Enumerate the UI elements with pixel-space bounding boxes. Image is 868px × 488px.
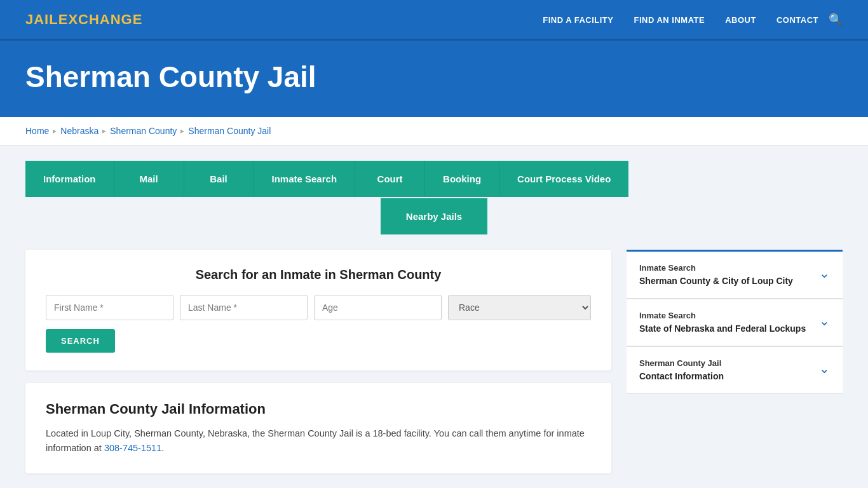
sidebar-item-0-sublabel: Sherman County & City of Loup City [639, 275, 813, 287]
breadcrumb-sep-2: ▸ [102, 126, 106, 135]
info-phone-link[interactable]: 308-745-1511 [104, 443, 161, 453]
search-button[interactable]: SEARCH [46, 329, 115, 353]
nav-item-contact[interactable]: CONTACT [776, 14, 818, 25]
sidebar-item-1-label: Inmate Search [639, 311, 813, 322]
hero-section: Sherman County Jail [0, 41, 868, 117]
content-layout: Search for an Inmate in Sherman County R… [25, 250, 843, 473]
sidebar-item-0-label: Inmate Search [639, 263, 813, 274]
sidebar-item-2-text: Sherman County Jail Contact Information [639, 358, 813, 382]
first-name-input[interactable] [46, 295, 173, 320]
logo-part2: E [58, 11, 69, 27]
breadcrumb-sep-3: ▸ [180, 126, 184, 135]
search-fields: Race White Black Hispanic Asian Other [46, 295, 591, 320]
search-icon[interactable]: 🔍 [829, 13, 843, 27]
navbar: JAILEXCHANGE FIND A FACILITY FIND AN INM… [0, 0, 868, 41]
right-sidebar: Inmate Search Sherman County & City of L… [627, 250, 843, 394]
info-text: Located in Loup City, Sherman County, Ne… [46, 426, 591, 456]
tab-booking[interactable]: Booking [425, 161, 499, 197]
breadcrumb-current: Sherman County Jail [188, 126, 271, 136]
tab-bail[interactable]: Bail [184, 161, 254, 197]
nav-item-about[interactable]: ABOUT [725, 14, 756, 25]
tabs-row2: Nearby Jails [25, 197, 843, 234]
info-card: Sherman County Jail Information Located … [25, 383, 611, 473]
tab-court[interactable]: Court [355, 161, 425, 197]
race-select[interactable]: Race White Black Hispanic Asian Other [448, 295, 591, 320]
logo-part1: JAIL [25, 11, 58, 27]
chevron-down-icon-1: ⌄ [819, 313, 830, 329]
sidebar-item-0[interactable]: Inmate Search Sherman County & City of L… [627, 250, 843, 299]
sidebar-item-2[interactable]: Sherman County Jail Contact Information … [627, 346, 843, 394]
breadcrumb-sep-1: ▸ [53, 126, 57, 135]
page-title: Sherman County Jail [25, 60, 843, 94]
last-name-input[interactable] [180, 295, 308, 320]
info-text-end: . [161, 443, 164, 453]
breadcrumb: Home ▸ Nebraska ▸ Sherman County ▸ Sherm… [0, 117, 868, 146]
tab-court-process-video[interactable]: Court Process Video [499, 161, 628, 197]
logo-part3: XCHANGE [68, 11, 142, 27]
sidebar-item-1[interactable]: Inmate Search State of Nebraska and Fede… [627, 299, 843, 346]
search-title: Search for an Inmate in Sherman County [46, 268, 591, 282]
logo[interactable]: JAILEXCHANGE [25, 11, 543, 28]
nav-item-find-facility[interactable]: FIND A FACILITY [543, 14, 613, 25]
breadcrumb-sherman-county[interactable]: Sherman County [110, 126, 177, 136]
breadcrumb-nebraska[interactable]: Nebraska [60, 126, 98, 136]
sidebar-item-1-sublabel: State of Nebraska and Federal Lockups [639, 323, 813, 334]
sidebar-item-0-text: Inmate Search Sherman County & City of L… [639, 263, 813, 287]
age-input[interactable] [314, 295, 442, 320]
tab-nearby-jails[interactable]: Nearby Jails [381, 198, 487, 234]
left-panel: Search for an Inmate in Sherman County R… [25, 250, 611, 473]
tab-information[interactable]: Information [25, 161, 114, 197]
sidebar-item-1-text: Inmate Search State of Nebraska and Fede… [639, 311, 813, 334]
breadcrumb-home[interactable]: Home [25, 126, 49, 136]
sidebar-item-2-label: Sherman County Jail [639, 358, 813, 369]
chevron-down-icon-2: ⌄ [819, 361, 830, 376]
sidebar-item-2-sublabel: Contact Information [639, 370, 813, 382]
nav-item-find-inmate[interactable]: FIND AN INMATE [634, 14, 705, 25]
tab-mail[interactable]: Mail [114, 161, 184, 197]
info-title: Sherman County Jail Information [46, 401, 591, 417]
nav-links: FIND A FACILITY FIND AN INMATE ABOUT CON… [543, 14, 818, 25]
chevron-down-icon-0: ⌄ [819, 266, 830, 281]
tab-inmate-search[interactable]: Inmate Search [254, 161, 356, 197]
tabs-row1: Information Mail Bail Inmate Search Cour… [25, 161, 843, 197]
main-wrapper: Information Mail Bail Inmate Search Cour… [0, 146, 868, 488]
search-card: Search for an Inmate in Sherman County R… [25, 250, 611, 370]
